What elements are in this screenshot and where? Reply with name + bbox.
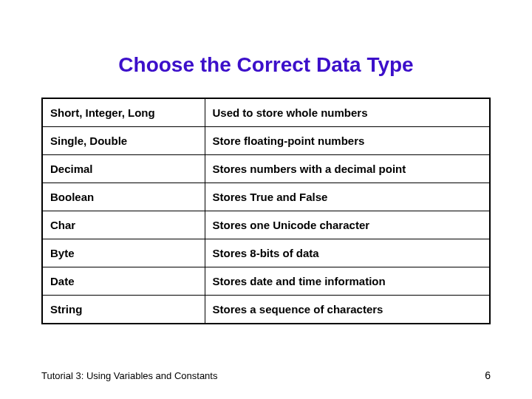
type-cell: Byte <box>42 239 205 267</box>
type-cell: Short, Integer, Long <box>42 98 205 127</box>
page-number: 6 <box>485 369 491 381</box>
table-row: Date Stores date and time information <box>42 267 490 296</box>
type-cell: String <box>42 296 205 324</box>
desc-cell: Used to store whole numbers <box>205 98 490 127</box>
page-title: Choose the Correct Data Type <box>41 53 491 77</box>
desc-cell: Stores date and time information <box>205 267 490 296</box>
table-row: Short, Integer, Long Used to store whole… <box>42 98 490 127</box>
desc-cell: Stores True and False <box>205 183 490 211</box>
table-row: Byte Stores 8-bits of data <box>42 239 490 267</box>
type-cell: Char <box>42 211 205 239</box>
type-cell: Decimal <box>42 155 205 183</box>
desc-cell: Store floating-point numbers <box>205 127 490 155</box>
type-cell: Boolean <box>42 183 205 211</box>
footer-text: Tutorial 3: Using Variables and Constant… <box>41 370 217 381</box>
table-row: String Stores a sequence of characters <box>42 296 490 324</box>
desc-cell: Stores 8-bits of data <box>205 239 490 267</box>
table-row: Boolean Stores True and False <box>42 183 490 211</box>
table-row: Char Stores one Unicode character <box>42 211 490 239</box>
slide: Choose the Correct Data Type Short, Inte… <box>0 0 532 399</box>
type-cell: Date <box>42 267 205 296</box>
footer: Tutorial 3: Using Variables and Constant… <box>41 369 491 381</box>
table-row: Single, Double Store floating-point numb… <box>42 127 490 155</box>
data-type-table: Short, Integer, Long Used to store whole… <box>41 98 491 324</box>
desc-cell: Stores numbers with a decimal point <box>205 155 490 183</box>
desc-cell: Stores a sequence of characters <box>205 296 490 324</box>
desc-cell: Stores one Unicode character <box>205 211 490 239</box>
table-row: Decimal Stores numbers with a decimal po… <box>42 155 490 183</box>
type-cell: Single, Double <box>42 127 205 155</box>
